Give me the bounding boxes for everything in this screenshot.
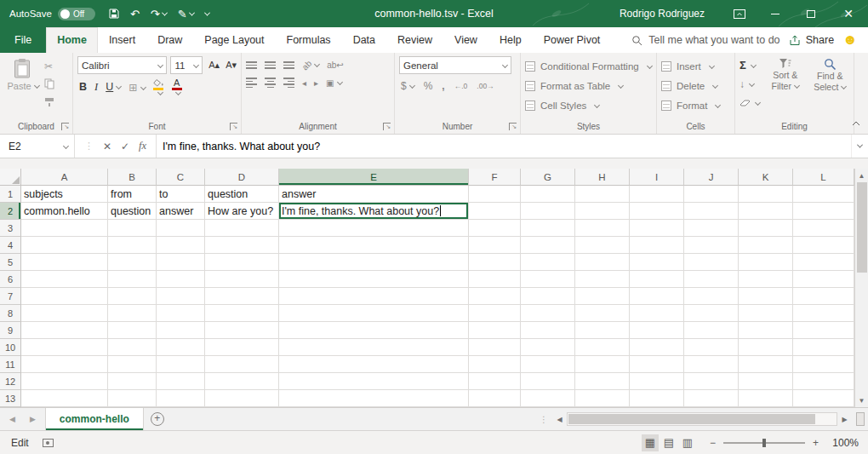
select-all-button[interactable] bbox=[0, 169, 21, 186]
cell-K4[interactable] bbox=[739, 237, 793, 254]
cell-A2[interactable]: common.hello bbox=[21, 203, 108, 220]
cell-L13[interactable] bbox=[793, 390, 854, 407]
row-header-1[interactable]: 1 bbox=[0, 186, 21, 203]
row-header-4[interactable]: 4 bbox=[0, 237, 21, 254]
decrease-decimal-button[interactable]: .00→ bbox=[477, 82, 494, 90]
cell-G1[interactable] bbox=[521, 186, 575, 203]
format-painter-button[interactable] bbox=[44, 95, 54, 108]
cell-F2[interactable] bbox=[469, 203, 521, 220]
column-header-H[interactable]: H bbox=[575, 169, 630, 186]
cell-A10[interactable] bbox=[21, 339, 108, 356]
collapse-ribbon-button[interactable] bbox=[852, 117, 860, 129]
cell-L6[interactable] bbox=[793, 271, 854, 288]
cell-H8[interactable] bbox=[575, 305, 630, 322]
cell-L8[interactable] bbox=[793, 305, 854, 322]
insert-function-button[interactable]: fx bbox=[139, 140, 146, 152]
cell-F10[interactable] bbox=[469, 339, 521, 356]
cell-K11[interactable] bbox=[739, 356, 793, 373]
cell-D3[interactable] bbox=[205, 220, 279, 237]
cell-E11[interactable] bbox=[279, 356, 469, 373]
column-header-B[interactable]: B bbox=[108, 169, 157, 186]
cut-button[interactable]: ✂ bbox=[44, 60, 54, 72]
cell-B12[interactable] bbox=[108, 373, 157, 390]
clear-button[interactable] bbox=[740, 96, 760, 109]
cell-J4[interactable] bbox=[684, 237, 739, 254]
redo-button[interactable]: ↷ bbox=[151, 8, 167, 20]
scroll-left-button[interactable]: ◀ bbox=[552, 416, 567, 423]
align-bottom-icon[interactable] bbox=[283, 61, 294, 69]
tab-view[interactable]: View bbox=[443, 27, 488, 53]
cell-B11[interactable] bbox=[108, 356, 157, 373]
cell-A7[interactable] bbox=[21, 288, 108, 305]
cell-C4[interactable] bbox=[157, 237, 205, 254]
currency-format-button[interactable]: $ bbox=[401, 80, 414, 92]
shrink-font-button[interactable]: A▾ bbox=[226, 60, 237, 71]
tell-me-box[interactable]: Tell me what you want to do bbox=[631, 27, 779, 53]
close-button[interactable]: ✕ bbox=[829, 0, 868, 27]
cell-J9[interactable] bbox=[684, 322, 739, 339]
zoom-out-button[interactable]: − bbox=[710, 437, 716, 449]
cell-I12[interactable] bbox=[630, 373, 684, 390]
cell-J7[interactable] bbox=[684, 288, 739, 305]
orientation-button[interactable]: ab bbox=[302, 60, 319, 70]
cell-K8[interactable] bbox=[739, 305, 793, 322]
cell-A12[interactable] bbox=[21, 373, 108, 390]
increase-indent-button[interactable]: ▸ bbox=[314, 78, 318, 88]
cell-D8[interactable] bbox=[205, 305, 279, 322]
cell-I13[interactable] bbox=[630, 390, 684, 407]
cell-E1[interactable]: answer bbox=[279, 186, 469, 203]
cell-E3[interactable] bbox=[279, 220, 469, 237]
row-header-11[interactable]: 11 bbox=[0, 356, 21, 373]
cell-F6[interactable] bbox=[469, 271, 521, 288]
tab-power-pivot[interactable]: Power Pivot bbox=[533, 27, 612, 53]
cell-F13[interactable] bbox=[469, 390, 521, 407]
column-header-F[interactable]: F bbox=[469, 169, 521, 186]
cell-F4[interactable] bbox=[469, 237, 521, 254]
cell-H7[interactable] bbox=[575, 288, 630, 305]
cell-H5[interactable] bbox=[575, 254, 630, 271]
copy-button[interactable] bbox=[44, 78, 54, 90]
cell-F1[interactable] bbox=[469, 186, 521, 203]
cell-F12[interactable] bbox=[469, 373, 521, 390]
cell-A13[interactable] bbox=[21, 390, 108, 407]
cell-G13[interactable] bbox=[521, 390, 575, 407]
touch-mouse-mode-button[interactable]: ✎ bbox=[178, 8, 194, 20]
cell-L1[interactable] bbox=[793, 186, 854, 203]
cell-B7[interactable] bbox=[108, 288, 157, 305]
column-header-C[interactable]: C bbox=[157, 169, 205, 186]
vertical-scrollbar-thumb[interactable] bbox=[857, 182, 867, 273]
scroll-right-button[interactable]: ▶ bbox=[837, 416, 852, 423]
column-header-L[interactable]: L bbox=[793, 169, 854, 186]
cell-C1[interactable]: to bbox=[157, 186, 205, 203]
cell-J10[interactable] bbox=[684, 339, 739, 356]
cell-H6[interactable] bbox=[575, 271, 630, 288]
expand-formula-bar-button[interactable] bbox=[851, 135, 868, 158]
cell-F7[interactable] bbox=[469, 288, 521, 305]
cell-I4[interactable] bbox=[630, 237, 684, 254]
cell-J12[interactable] bbox=[684, 373, 739, 390]
find-select-button[interactable]: Find & Select bbox=[811, 56, 850, 109]
cell-I5[interactable] bbox=[630, 254, 684, 271]
cell-K7[interactable] bbox=[739, 288, 793, 305]
cell-J2[interactable] bbox=[684, 203, 739, 220]
cell-H13[interactable] bbox=[575, 390, 630, 407]
cell-B4[interactable] bbox=[108, 237, 157, 254]
delete-cells-button[interactable]: Delete bbox=[661, 78, 730, 93]
cell-H4[interactable] bbox=[575, 237, 630, 254]
cell-J11[interactable] bbox=[684, 356, 739, 373]
cell-G4[interactable] bbox=[521, 237, 575, 254]
cell-D10[interactable] bbox=[205, 339, 279, 356]
cell-E13[interactable] bbox=[279, 390, 469, 407]
tab-scroll-splitter-icon[interactable]: ⋮ bbox=[540, 408, 548, 430]
cell-I10[interactable] bbox=[630, 339, 684, 356]
next-sheet-button[interactable]: ▶ bbox=[30, 415, 36, 423]
cell-A4[interactable] bbox=[21, 237, 108, 254]
bold-button[interactable]: B bbox=[79, 81, 87, 93]
cell-I9[interactable] bbox=[630, 322, 684, 339]
cell-J5[interactable] bbox=[684, 254, 739, 271]
cell-D11[interactable] bbox=[205, 356, 279, 373]
cell-B5[interactable] bbox=[108, 254, 157, 271]
row-header-3[interactable]: 3 bbox=[0, 220, 21, 237]
cell-A9[interactable] bbox=[21, 322, 108, 339]
percent-format-button[interactable]: % bbox=[424, 80, 433, 92]
